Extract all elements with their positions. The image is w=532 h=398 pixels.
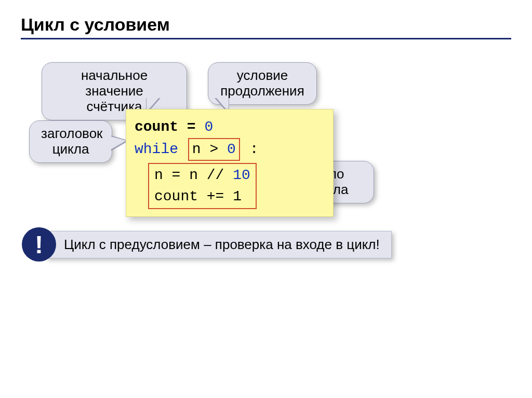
code-zero: 0: [204, 119, 213, 135]
code-body-box: n = n // 10 count += 1: [148, 163, 257, 209]
exclamation-icon: !: [22, 227, 56, 262]
code-box: count = 0 while n > 0 : n = n // 10 coun…: [126, 109, 334, 217]
code-colon: :: [250, 141, 259, 157]
code-body-line2: count += 1: [154, 186, 250, 208]
slide: Цикл с условием начальное значение счётч…: [0, 0, 532, 398]
code-count-var: count: [135, 119, 178, 135]
code-body1-num: 10: [233, 167, 250, 183]
code-cond-right: 0: [227, 141, 236, 157]
callout-loop-header: заголовок цикла: [29, 120, 112, 163]
code-condition-box: n > 0: [188, 138, 240, 161]
code-cond-left: n >: [192, 141, 218, 157]
code-while: while: [135, 141, 178, 157]
note: ! Цикл с предусловием – проверка на вход…: [22, 227, 392, 262]
callout-initial-line1: начальное значение: [81, 67, 148, 99]
code-body-line1: n = n // 10: [154, 165, 250, 186]
slide-title: Цикл с условием: [21, 15, 511, 35]
code-line-1: count = 0: [135, 117, 328, 138]
title-underline: [21, 38, 511, 39]
callout-condition-line2: продолжения: [220, 83, 304, 99]
callout-header-line2: цикла: [52, 141, 89, 157]
callout-condition-line1: условие: [237, 67, 288, 83]
callout-header-line1: заголовок: [41, 126, 102, 141]
code-eq: =: [187, 119, 196, 135]
callout-condition: условие продолжения: [208, 62, 317, 105]
code-body1-left: n = n //: [154, 167, 224, 183]
code-line-2: while n > 0 :: [135, 138, 328, 161]
note-text: Цикл с предусловием – проверка на входе …: [46, 231, 392, 258]
